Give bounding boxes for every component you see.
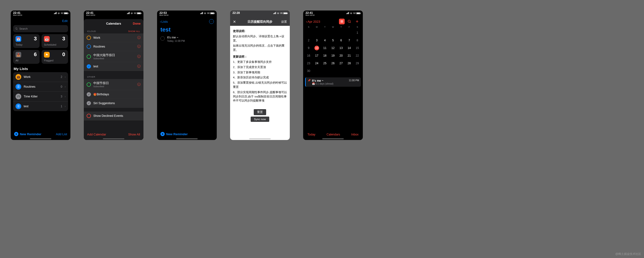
day-cell[interactable]: 9 <box>304 45 313 52</box>
calendar-row[interactable]: ✓ 🎁Birthdays <box>84 90 144 99</box>
calendar-row[interactable]: ✓Siri Suggestions <box>84 99 144 108</box>
home-indicator[interactable] <box>249 138 271 139</box>
view-toggle-button[interactable] <box>339 19 345 24</box>
day-cell[interactable]: 16 <box>304 52 313 59</box>
inbox-button[interactable]: Inbox <box>351 133 358 136</box>
day-cell[interactable]: 21 <box>345 52 353 59</box>
calendar-name: Routines <box>93 45 135 48</box>
day-cell[interactable]: 27 <box>337 60 345 67</box>
settings-button[interactable]: 设置 <box>281 20 287 24</box>
show-all-button[interactable]: SHOW ALL <box>128 30 140 33</box>
new-reminder-button[interactable]: +New Reminder <box>14 132 41 136</box>
day-cell[interactable]: 2 <box>304 37 313 44</box>
all-card[interactable]: 📥6All <box>13 50 40 64</box>
add-list-button[interactable]: Add List <box>56 132 67 136</box>
reminder-item[interactable]: It's me ~Today, 11:00 PM <box>157 34 217 44</box>
day-cell[interactable]: 8 <box>353 37 362 44</box>
add-calendar-button[interactable]: Add Calendar <box>87 133 106 136</box>
day-cell[interactable]: 15 <box>353 45 362 52</box>
day-cell[interactable]: 18 <box>321 52 329 59</box>
day-cell[interactable]: 5 <box>329 37 337 44</box>
home-indicator[interactable] <box>322 138 344 139</box>
svg-rect-0 <box>340 20 343 21</box>
today-card[interactable]: 📅3Today <box>13 34 40 48</box>
checkmark-icon: ✓ <box>87 92 91 97</box>
calendar-row[interactable]: Routinesⓘ <box>84 42 144 51</box>
calendar-row[interactable]: 中国节假日Subscribedⓘ <box>84 79 144 90</box>
calendar-row[interactable]: Workⓘ <box>84 34 144 42</box>
day-cell[interactable]: 22 <box>353 52 362 59</box>
weekday-label: S <box>353 26 362 28</box>
svg-point-3 <box>348 20 350 22</box>
day-cell[interactable]: 13 <box>337 45 345 52</box>
calendar-row[interactable]: ✓testⓘ <box>84 62 144 71</box>
chevron-right-icon: › <box>65 95 66 98</box>
info-icon[interactable]: ⓘ <box>137 82 140 87</box>
edit-button[interactable]: Edit <box>62 19 68 23</box>
day-cell[interactable]: 24 <box>313 60 321 67</box>
home-indicator[interactable] <box>30 138 51 139</box>
back-button[interactable]: ‹Lists <box>160 20 168 24</box>
cellular-icon <box>273 12 276 14</box>
new-reminder-button[interactable]: +New Reminder <box>160 132 188 136</box>
list-row[interactable]: ☰test1› <box>13 102 68 111</box>
list-row[interactable]: 💼Work2› <box>13 72 68 82</box>
info-icon[interactable]: ⓘ <box>137 55 140 59</box>
list-row[interactable]: 🎮Time Killer3› <box>13 92 68 102</box>
day-cell[interactable]: 23 <box>304 60 313 67</box>
info-icon[interactable]: ⓘ <box>137 64 140 69</box>
day-cell[interactable]: 11 <box>321 45 329 52</box>
day-cell[interactable]: 12 <box>329 45 337 52</box>
day-cell[interactable]: 20 <box>337 52 345 59</box>
calendar-row[interactable]: 中国大陆节假日Subscribedⓘ <box>84 51 144 62</box>
checkbox[interactable] <box>160 36 165 41</box>
add-button[interactable]: + <box>354 19 360 24</box>
calendars-button[interactable]: Calendars <box>326 133 340 136</box>
list-count: 3 <box>61 95 62 98</box>
reminder-subtitle: Today, 11:00 PM <box>167 40 185 42</box>
day-cell <box>304 29 313 36</box>
day-cell[interactable]: 1 <box>353 29 362 36</box>
wifi-icon <box>204 12 206 15</box>
search-input[interactable]: Search <box>13 25 68 32</box>
day-cell[interactable]: 25 <box>321 60 329 67</box>
weekday-label: M <box>313 26 321 28</box>
statusbar: 22:41Mon 04/10 92 <box>11 11 70 18</box>
done-button[interactable]: Done <box>133 22 144 25</box>
day-cell[interactable]: 6 <box>337 37 345 44</box>
info-icon[interactable]: ⓘ <box>137 36 140 40</box>
event-item[interactable]: 📌 It's me ~📅 0.1 days (ahead) 11:00 PM <box>305 77 361 87</box>
day-cell[interactable]: 4 <box>321 37 329 44</box>
home-indicator[interactable] <box>176 138 198 139</box>
scheduled-card[interactable]: 📆3Scheduled <box>42 34 68 48</box>
day-cell[interactable]: 19 <box>329 52 337 59</box>
back-button[interactable]: ‹Apr 2023 <box>306 20 320 24</box>
reset-button[interactable]: 重置 <box>254 109 266 115</box>
list-row[interactable]: ☰Routines0› <box>13 82 68 92</box>
info-icon[interactable]: ⓘ <box>137 45 140 49</box>
show-all-button[interactable]: Show All <box>128 133 140 136</box>
home-indicator[interactable] <box>103 138 124 139</box>
show-declined-row[interactable]: Show Declined Events <box>84 112 144 120</box>
day-cell[interactable]: 17 <box>313 52 321 59</box>
date: Mon 04/10 <box>86 14 95 16</box>
day-cell[interactable]: 28 <box>345 60 353 67</box>
day-cell[interactable]: 30 <box>304 67 313 75</box>
today-button[interactable]: Today <box>308 133 315 136</box>
day-cell[interactable]: 29 <box>353 60 362 67</box>
day-cell[interactable]: 7 <box>345 37 353 44</box>
day-cell[interactable]: 3 <box>313 37 321 44</box>
more-button[interactable]: ⋯ <box>209 19 214 24</box>
day-cell[interactable]: 26 <box>329 60 337 67</box>
cellular-icon <box>346 12 349 14</box>
flagged-card[interactable]: ⚑0Flagged <box>42 50 68 64</box>
day-cell[interactable]: 14 <box>345 45 353 52</box>
day-cell[interactable]: 10 <box>313 45 321 52</box>
wifi-icon <box>277 12 280 15</box>
date: Mon 04/10 <box>13 14 22 16</box>
cellular-icon <box>54 12 56 14</box>
calendar-name: Siri Suggestions <box>93 102 140 105</box>
sync-now-button[interactable]: Sync now <box>251 117 269 122</box>
search-button[interactable] <box>346 19 352 24</box>
status-icons: 92 <box>346 12 360 18</box>
